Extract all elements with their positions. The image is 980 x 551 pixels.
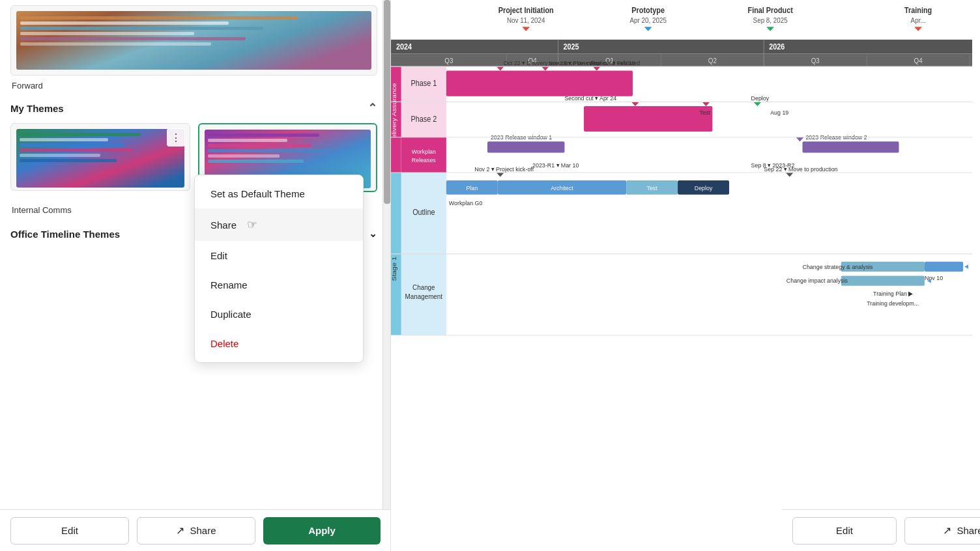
forward-theme-card[interactable] — [10, 5, 377, 76]
context-menu: Set as Default Theme Share ☞ Edit Rename… — [194, 175, 364, 363]
gantt-svg: Project Initiation Nov 11, 2024 Prototyp… — [391, 0, 972, 509]
milestone-final-product-date: Sep 8, 2025 — [753, 16, 788, 24]
left-panel: Forward My Themes ⌃ — [0, 0, 391, 551]
quarter-q3-2025: Q3 — [811, 57, 820, 64]
internal-comms-card[interactable] — [10, 123, 190, 191]
milestone-prototype-title: Prototype — [631, 6, 665, 14]
milestones-group: Project Initiation Nov 11, 2024 Prototyp… — [498, 6, 932, 31]
nov2-arrow — [497, 173, 504, 177]
deploy-label-text: Deploy — [751, 95, 770, 102]
context-menu-rename[interactable]: Rename — [195, 270, 363, 300]
stage1-label: Stage 1 — [391, 257, 397, 281]
change-impact-text: Change impact analysis — [786, 277, 848, 284]
left-scrollbar-thumb[interactable] — [384, 0, 390, 204]
architect-bar-label: Architect — [551, 185, 573, 191]
left-scrollbar[interactable] — [382, 0, 390, 509]
plan-bar-label: Plan — [466, 185, 478, 191]
deploy-bar-label: Deploy — [695, 185, 713, 191]
share-icon: ↗ — [176, 524, 184, 537]
context-menu-share[interactable]: Share ☞ — [195, 208, 363, 241]
year-2025: 2025 — [563, 43, 579, 51]
nov2-text: Nov 2 ▾ Project kick-off — [474, 165, 534, 172]
year-2026: 2026 — [769, 43, 785, 51]
change-mgmt-label2: Management — [405, 293, 443, 301]
r1-text: 2023-R1 ▾ Mar 10 — [532, 162, 579, 169]
right-panel: Project Initiation Nov 11, 2024 Prototyp… — [391, 0, 980, 551]
milestone-prototype-date: Apr 20, 2025 — [629, 16, 667, 24]
right-share-icon: ↗ — [943, 524, 951, 537]
right-share-button[interactable]: ↗ Share — [904, 517, 980, 544]
context-menu-delete[interactable]: Delete — [195, 329, 363, 358]
my-themes-chevron[interactable]: ⌃ — [368, 101, 377, 115]
first-cut-arrow — [593, 66, 601, 71]
r2-arrow — [796, 137, 804, 142]
release-window-2-bar — [803, 141, 899, 152]
quarter-q2-2025: Q2 — [708, 57, 717, 64]
delivery-assurance-label: Delivery Assurance — [391, 83, 397, 143]
training-dev-text: Training developm... — [867, 300, 919, 307]
share-button[interactable]: ↗ Share — [137, 517, 255, 544]
sep22-text: Sep 22 ▾ Move to production — [764, 165, 837, 172]
outline-label: Outline — [412, 208, 435, 217]
context-menu-duplicate[interactable]: Duplicate — [195, 300, 363, 329]
sep22-arrow — [786, 173, 794, 177]
phase2-label: Phase 2 — [411, 115, 437, 123]
test-arrow — [702, 102, 710, 106]
milestone-prototype-arrow — [644, 27, 652, 31]
nov10-text: Nov 10 — [925, 275, 943, 281]
apply-button[interactable]: Apply — [263, 517, 381, 544]
change-strategy-arrow — [964, 264, 968, 269]
milestone-training-date: Apr... — [911, 16, 926, 24]
first-cut-text: First cut ▾ Feb 14 — [590, 60, 635, 66]
gantt-chart-area: Project Initiation Nov 11, 2024 Prototyp… — [391, 0, 972, 509]
milestone-project-initiation-arrow — [522, 27, 530, 31]
bottom-bar: Edit ↗ Share Apply — [0, 509, 391, 551]
right-edit-button[interactable]: Edit — [792, 517, 897, 544]
milestone-final-product-title: Final Product — [748, 6, 793, 14]
timeline-year-bar — [391, 40, 972, 54]
phase1-bar — [446, 71, 633, 96]
test-bar-label: Test — [646, 185, 657, 191]
context-menu-edit[interactable]: Edit — [195, 241, 363, 270]
phase1-label: Phase 1 — [411, 79, 437, 88]
nov18-arrow — [541, 66, 549, 71]
phase2-bar — [584, 106, 712, 132]
change-strategy-text: Change strategy & analysis — [803, 263, 873, 270]
my-themes-section-title: My Themes ⌃ — [10, 101, 377, 115]
office-timeline-chevron[interactable]: ⌄ — [369, 228, 377, 240]
second-cut-arrow — [631, 102, 639, 106]
workplan-g0-text: Workplan G0 — [449, 200, 483, 206]
milestone-training-arrow — [914, 27, 922, 31]
workplan-phase-bar — [391, 137, 401, 173]
workplan-label-bg2 — [401, 137, 446, 173]
change-mgmt-label: Change — [412, 284, 435, 292]
milestone-project-initiation-date: Nov 11, 2024 — [507, 16, 545, 24]
timeline-quarter-bar — [391, 54, 972, 67]
context-menu-set-default[interactable]: Set as Default Theme — [195, 179, 363, 208]
deploy-arrow — [754, 102, 762, 106]
release-window-1-bar — [487, 141, 564, 152]
quarter-q4-2025: Q4 — [914, 57, 923, 64]
milestone-training-title: Training — [904, 6, 932, 14]
year-2024: 2024 — [396, 43, 412, 51]
change-strategy-bar2 — [925, 262, 963, 272]
internal-comms-label: Internal Comms — [10, 205, 190, 215]
workplan-releases-text2: Releases — [412, 156, 436, 163]
quarter-q3-2024: Q3 — [444, 57, 453, 64]
oct22-arrow — [497, 66, 504, 71]
bottom-bar-right: Edit ↗ Share Apply — [782, 509, 980, 551]
training-plan-text: Training Plan ▶ — [873, 290, 913, 297]
forward-theme-label: Forward — [10, 81, 377, 91]
workplan-releases-text: Workplan — [412, 148, 436, 154]
milestone-project-initiation-title: Project Initiation — [498, 6, 554, 14]
change-impact-bar — [841, 276, 925, 286]
test-label-text: Test — [700, 109, 711, 116]
second-cut-text: Second cut ▾ Apr 24 — [564, 95, 616, 102]
internal-comms-menu-button[interactable]: ⋮ — [167, 128, 185, 147]
aug19-text: Aug 19 — [770, 109, 788, 116]
milestone-final-product-arrow — [766, 27, 774, 31]
cursor-icon: ☞ — [247, 218, 257, 232]
edit-button[interactable]: Edit — [10, 517, 129, 544]
